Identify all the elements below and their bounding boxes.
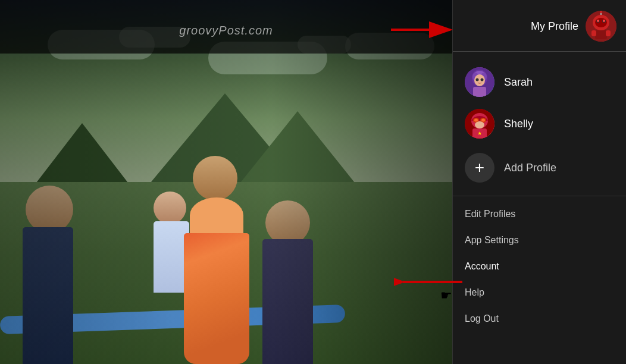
svg-point-18 (476, 79, 479, 81)
svg-point-2 (595, 18, 607, 27)
profile-item-sarah[interactable]: Sarah (453, 61, 626, 103)
menu-item-account[interactable]: Account (453, 253, 626, 280)
svg-rect-11 (606, 30, 611, 36)
profile-item-shelly[interactable]: Shelly (453, 103, 626, 145)
plus-icon: + (475, 158, 484, 177)
menu-item-help[interactable]: Help (453, 280, 626, 306)
svg-point-17 (474, 74, 485, 86)
svg-rect-9 (595, 30, 607, 39)
profile-dropdown-panel: My Profile (452, 0, 626, 364)
menu-item-log-out[interactable]: Log Out (453, 306, 626, 332)
edit-profiles-label: Edit Profiles (465, 209, 515, 219)
sarah-avatar (465, 67, 494, 97)
app-settings-label: App Settings (465, 235, 519, 246)
profiles-section: Sarah (453, 52, 626, 196)
menu-section: Edit Profiles App Settings Account Help … (453, 196, 626, 364)
svg-point-6 (603, 20, 605, 22)
main-content-area: groovyPost.com (0, 0, 452, 364)
svg-rect-20 (473, 87, 486, 97)
menu-item-edit-profiles[interactable]: Edit Profiles (453, 201, 626, 227)
menu-item-app-settings[interactable]: App Settings (453, 227, 626, 253)
main-profile-avatar[interactable] (586, 11, 616, 42)
svg-point-19 (481, 79, 484, 81)
add-profile-button[interactable]: + Add Profile (453, 147, 626, 189)
account-label: Account (465, 261, 499, 272)
panel-header: My Profile (453, 0, 626, 52)
svg-point-5 (597, 20, 599, 22)
log-out-label: Log Out (465, 313, 499, 324)
add-profile-label: Add Profile (504, 162, 556, 174)
svg-point-25 (474, 119, 478, 122)
my-profile-label: My Profile (531, 20, 578, 33)
add-profile-icon: + (465, 153, 494, 183)
help-label: Help (465, 287, 484, 298)
watermark: groovyPost.com (179, 24, 273, 37)
svg-rect-10 (591, 30, 596, 36)
svg-point-8 (600, 11, 602, 13)
shelly-name: Shelly (504, 118, 533, 130)
shelly-avatar (465, 109, 494, 139)
svg-point-27 (475, 121, 484, 128)
svg-point-26 (481, 119, 485, 122)
sarah-name: Sarah (504, 76, 533, 89)
